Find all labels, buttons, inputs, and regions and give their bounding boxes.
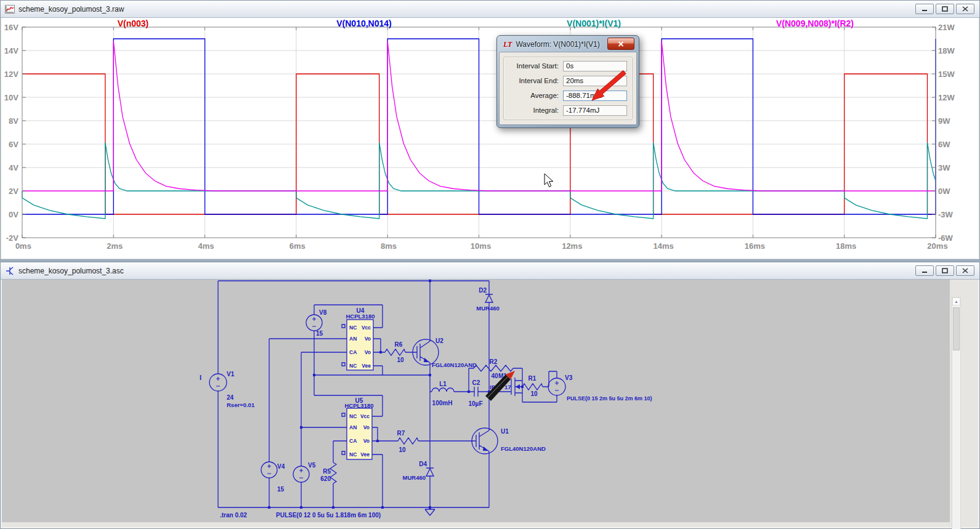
y-left-tick-6V[interactable]: 6V bbox=[1, 140, 18, 149]
label-d4-part[interactable]: MUR460 bbox=[403, 474, 426, 481]
label-r6-name[interactable]: R6 bbox=[395, 341, 403, 348]
label-r5-value[interactable]: 620 bbox=[320, 475, 331, 482]
label-l1-name[interactable]: L1 bbox=[439, 381, 447, 387]
close-button[interactable] bbox=[956, 4, 974, 14]
minimize-icon bbox=[921, 268, 928, 273]
u4-pin-CA: CA bbox=[349, 349, 357, 355]
x-tick-10ms[interactable]: 10ms bbox=[471, 241, 491, 251]
label-v5-name[interactable]: V5 bbox=[308, 462, 316, 469]
label-r7-name[interactable]: R7 bbox=[397, 430, 405, 437]
waveform-plot-canvas[interactable] bbox=[2, 17, 979, 259]
label-u1-name[interactable]: U1 bbox=[501, 428, 509, 435]
y-left-tick-8V[interactable]: 8V bbox=[1, 116, 18, 126]
minimize-button[interactable] bbox=[915, 4, 934, 14]
legend-V(N009,N008)*I(R2)[interactable]: V(N009,N008)*I(R2) bbox=[776, 18, 854, 28]
sch-close-button[interactable] bbox=[956, 265, 974, 276]
x-tick-12ms[interactable]: 12ms bbox=[562, 241, 582, 251]
y-right-tick-6W[interactable]: 6W bbox=[938, 140, 965, 149]
label-v4-name[interactable]: V4 bbox=[277, 463, 285, 470]
waveform-window-title: scheme_kosoy_polumost_3.raw bbox=[18, 5, 124, 14]
u5-pin-CA: CA bbox=[349, 438, 357, 444]
y-right-tick-21W[interactable]: 21W bbox=[938, 23, 965, 32]
label-r6-value[interactable]: 10 bbox=[397, 357, 404, 363]
schematic-canvas-area[interactable]: I V1 24 Rser=0.01 V8 15 U4 HCPL3180 U5 H… bbox=[2, 280, 978, 527]
label-u1-part[interactable]: FGL40N120AND bbox=[501, 445, 546, 452]
u4-pin-Vo: Vo bbox=[365, 349, 371, 355]
label-v8-name[interactable]: V8 bbox=[319, 309, 327, 316]
label-u2-part[interactable]: FGL40N120AND bbox=[432, 361, 477, 368]
legend-V(N010,N014)[interactable]: V(N010,N014) bbox=[336, 18, 392, 28]
y-left-tick-14V[interactable]: 14V bbox=[1, 46, 18, 55]
waveform-stats-dialog[interactable]: LT Waveform: V(N001)*I(V1) Interval Star… bbox=[496, 35, 639, 128]
waveform-titlebar[interactable]: scheme_kosoy_polumost_3.raw bbox=[1, 1, 979, 18]
label-v8-value[interactable]: 15 bbox=[316, 330, 323, 337]
y-left-tick-16V[interactable]: 16V bbox=[1, 23, 18, 32]
x-tick-18ms[interactable]: 18ms bbox=[836, 241, 856, 251]
label-v4-value[interactable]: 15 bbox=[277, 486, 285, 493]
schematic-titlebar[interactable]: scheme_kosoy_polumost_3.asc bbox=[1, 262, 979, 280]
label-d2-part[interactable]: MUR460 bbox=[476, 305, 500, 312]
label-i-probe[interactable]: I bbox=[200, 374, 201, 381]
integral-field[interactable]: -17.774mJ bbox=[563, 105, 627, 116]
label-v1-name[interactable]: V1 bbox=[227, 371, 235, 378]
y-right-tick-9W[interactable]: 9W bbox=[938, 116, 965, 126]
y-left-tick-4V[interactable]: 4V bbox=[1, 163, 18, 172]
y-left-tick-10V[interactable]: 10V bbox=[1, 93, 18, 102]
label-r1-value[interactable]: 10 bbox=[530, 390, 538, 397]
label-v3-name[interactable]: V3 bbox=[565, 374, 573, 381]
sch-maximize-button[interactable] bbox=[936, 265, 954, 276]
scroll-up-icon[interactable]: ▲ bbox=[952, 297, 960, 305]
interval-start-field[interactable]: 0s bbox=[563, 61, 627, 71]
label-v1-value[interactable]: 24 bbox=[227, 394, 234, 401]
label-d4-name[interactable]: D4 bbox=[419, 461, 427, 467]
label-r1-name[interactable]: R1 bbox=[528, 375, 537, 382]
label-u4-part[interactable]: HCPL3180 bbox=[346, 313, 375, 320]
y-left-tick-2V[interactable]: 2V bbox=[1, 187, 18, 196]
y-right-tick-0W[interactable]: 0W bbox=[938, 187, 965, 196]
legend-V(n003)[interactable]: V(n003) bbox=[118, 18, 149, 28]
waveform-plot-area[interactable] bbox=[2, 17, 978, 258]
u5-pin-Vo: Vo bbox=[363, 424, 370, 430]
label-r5-name[interactable]: R5 bbox=[323, 468, 331, 475]
label-d2-name[interactable]: D2 bbox=[479, 287, 487, 294]
label-tran-directive[interactable]: .tran 0.02 bbox=[220, 512, 247, 519]
label-r2-value[interactable]: 40 bbox=[491, 373, 498, 379]
interval-end-field[interactable]: 20ms bbox=[563, 76, 627, 86]
y-right-tick-12W[interactable]: 12W bbox=[938, 93, 965, 102]
label-v3-value[interactable]: PULSE(0 15 2m 5u 5u 2m 6m 10) bbox=[567, 395, 652, 402]
x-tick-16ms[interactable]: 16ms bbox=[745, 241, 765, 251]
average-field[interactable]: -888.71mW bbox=[563, 91, 627, 101]
x-tick-14ms[interactable]: 14ms bbox=[653, 241, 673, 251]
label-c2-value[interactable]: 10µF bbox=[469, 400, 483, 407]
vertical-scroll-thumb[interactable] bbox=[953, 307, 960, 350]
x-tick-2ms[interactable]: 2ms bbox=[107, 241, 123, 251]
u5-pin-NC: NC bbox=[349, 451, 357, 458]
label-l1-value[interactable]: 100mH bbox=[432, 400, 453, 406]
y-right-tick-15W[interactable]: 15W bbox=[938, 70, 965, 79]
x-tick-20ms[interactable]: 20ms bbox=[927, 241, 947, 251]
label-c2-name[interactable]: C2 bbox=[472, 379, 480, 386]
y-right-tick-18W[interactable]: 18W bbox=[938, 46, 965, 55]
label-u5-part[interactable]: HCPL3180 bbox=[345, 402, 374, 409]
x-tick-0ms[interactable]: 0ms bbox=[15, 241, 31, 251]
sch-minimize-button[interactable] bbox=[915, 265, 934, 276]
schematic-vertical-scrollbar[interactable]: ▲ ▼ bbox=[952, 297, 961, 529]
maximize-button[interactable] bbox=[936, 4, 954, 14]
label-pulse-directive[interactable]: PULSE(0 12 0 5u 5u 1.818m 6m 100) bbox=[276, 512, 381, 519]
dialog-close-button[interactable] bbox=[607, 38, 634, 50]
waveform-file-icon bbox=[5, 4, 15, 14]
label-r2-name[interactable]: R2 bbox=[490, 358, 498, 365]
x-tick-6ms[interactable]: 6ms bbox=[290, 241, 306, 251]
y-right-tick-3W[interactable]: 3W bbox=[938, 163, 965, 172]
dialog-titlebar[interactable]: LT Waveform: V(N001)*I(V1) bbox=[503, 39, 600, 50]
x-tick-4ms[interactable]: 4ms bbox=[198, 241, 214, 251]
y-left-tick-12V[interactable]: 12V bbox=[1, 70, 18, 79]
label-u2-name[interactable]: U2 bbox=[435, 337, 443, 344]
legend-V(N001)*I(V1)[interactable]: V(N001)*I(V1) bbox=[567, 18, 621, 28]
schematic-canvas[interactable]: I V1 24 Rser=0.01 V8 15 U4 HCPL3180 U5 H… bbox=[2, 280, 979, 528]
label-r7-value[interactable]: 10 bbox=[399, 446, 406, 453]
y-left-tick-0V[interactable]: 0V bbox=[1, 210, 18, 219]
x-tick-8ms[interactable]: 8ms bbox=[381, 241, 397, 251]
y-right-tick--3W[interactable]: -3W bbox=[938, 210, 965, 219]
label-v1-rser[interactable]: Rser=0.01 bbox=[227, 402, 255, 408]
